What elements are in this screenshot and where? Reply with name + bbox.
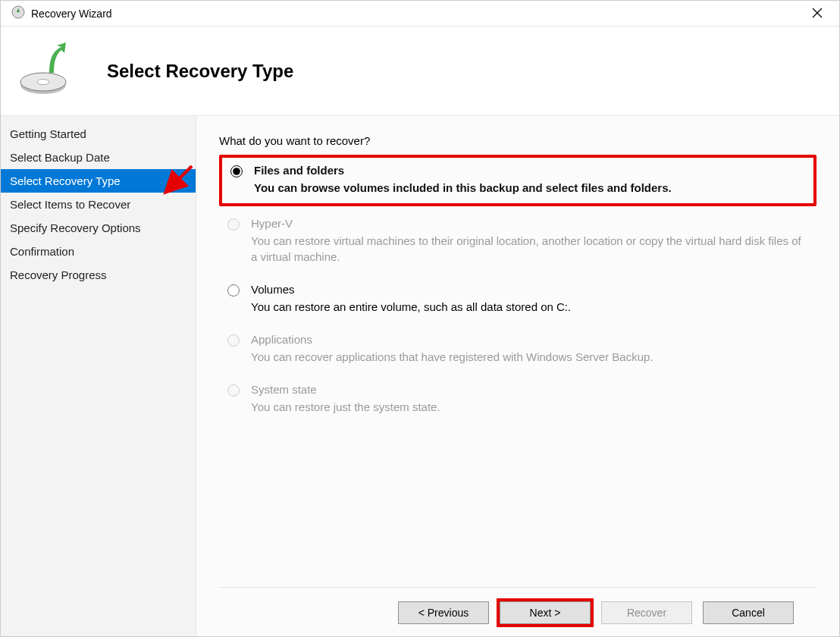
recovery-disc-icon <box>16 42 77 99</box>
recovery-wizard-icon <box>11 5 25 21</box>
titlebar-left: Recovery Wizard <box>11 5 112 21</box>
sidebar-item[interactable]: Select Recovery Type <box>1 169 196 193</box>
recovery-option-volumes[interactable]: VolumesYou can restore an entire volume,… <box>219 277 816 322</box>
option-text: VolumesYou can restore an entire volume,… <box>251 283 809 315</box>
recovery-option-radio-files[interactable] <box>230 165 243 177</box>
option-label: System state <box>251 383 809 396</box>
footer: < Previous Next > Recover Cancel <box>219 587 816 637</box>
content-prompt: What do you want to recover? <box>219 134 816 147</box>
main: Getting StartedSelect Backup DateSelect … <box>1 116 839 637</box>
sidebar-item[interactable]: Select Items to Recover <box>1 193 196 216</box>
content-panel: What do you want to recover? Files and f… <box>196 116 839 637</box>
option-text: Hyper-VYou can restore virtual machines … <box>251 217 809 265</box>
sidebar-item[interactable]: Getting Started <box>1 122 196 146</box>
option-label: Applications <box>251 333 809 346</box>
option-description: You can browse volumes included in this … <box>254 180 806 196</box>
recover-button: Recover <box>601 601 692 624</box>
titlebar: Recovery Wizard <box>1 1 839 27</box>
option-text: System stateYou can restore just the sys… <box>251 383 809 415</box>
page-heading: Select Recovery Type <box>107 61 293 82</box>
sidebar-item[interactable]: Specify Recovery Options <box>1 216 196 240</box>
recovery-option-radio-applications <box>227 334 240 347</box>
recovery-option-hyperv: Hyper-VYou can restore virtual machines … <box>219 211 816 272</box>
recovery-option-applications: ApplicationsYou can recover applications… <box>219 327 816 372</box>
header: Select Recovery Type <box>1 27 839 116</box>
sidebar-item[interactable]: Recovery Progress <box>1 263 196 287</box>
close-button[interactable] <box>803 4 832 24</box>
option-label: Files and folders <box>254 164 806 177</box>
recovery-option-radio-volumes[interactable] <box>227 284 240 297</box>
sidebar-item[interactable]: Select Backup Date <box>1 146 196 169</box>
sidebar: Getting StartedSelect Backup DateSelect … <box>1 116 196 637</box>
option-label: Hyper-V <box>251 217 809 230</box>
svg-point-5 <box>37 80 49 85</box>
option-text: ApplicationsYou can recover applications… <box>251 333 809 365</box>
next-button[interactable]: Next > <box>500 601 591 624</box>
option-description: You can restore just the system state. <box>251 399 809 415</box>
previous-button[interactable]: < Previous <box>398 601 489 624</box>
close-icon <box>812 8 823 18</box>
cancel-button[interactable]: Cancel <box>703 601 794 624</box>
recovery-option-files[interactable]: Files and foldersYou can browse volumes … <box>219 155 816 206</box>
option-label: Volumes <box>251 283 809 296</box>
recovery-option-radio-hyperv <box>227 218 240 231</box>
option-text: Files and foldersYou can browse volumes … <box>254 164 806 196</box>
recovery-option-systemstate: System stateYou can restore just the sys… <box>219 377 816 422</box>
option-description: You can recover applications that have r… <box>251 349 809 365</box>
window-title: Recovery Wizard <box>31 8 112 20</box>
recovery-option-radio-systemstate <box>227 384 240 397</box>
option-description: You can restore virtual machines to thei… <box>251 233 809 265</box>
option-description: You can restore an entire volume, such a… <box>251 299 809 315</box>
sidebar-item[interactable]: Confirmation <box>1 240 196 263</box>
